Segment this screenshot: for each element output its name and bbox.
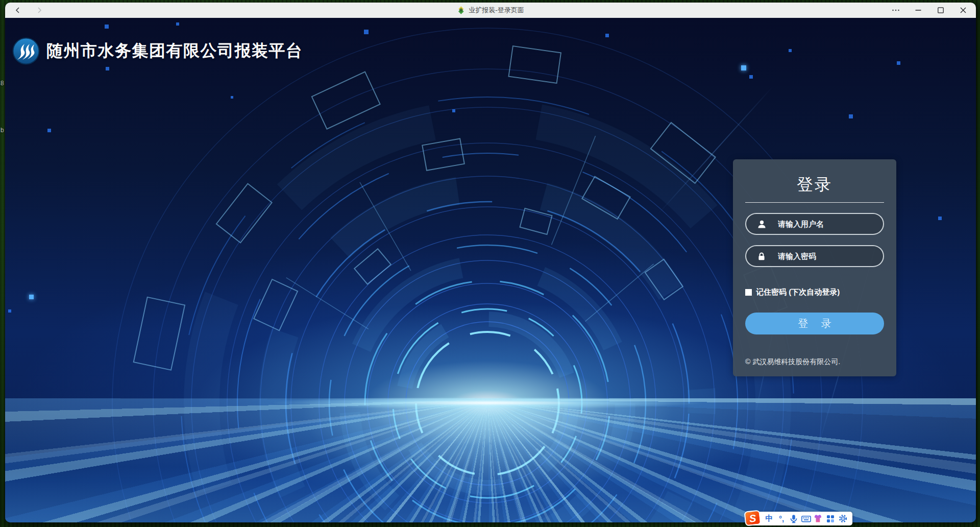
minimize-button[interactable] [911,5,926,16]
maximize-button[interactable] [933,5,948,16]
horizon-flare-decoration [273,397,702,409]
light-rays-decoration [5,398,976,522]
glow-square-decoration [47,129,51,132]
close-icon [960,7,966,13]
window-title-area: 业扩报装-登录页面 [457,3,524,18]
page-background: 随州市水务集团有限公司报装平台 登录 [5,18,976,522]
glow-square-decoration [105,25,109,29]
browser-window: 业扩报装-登录页面 [5,3,976,522]
window-titlebar: 业扩报装-登录页面 [5,3,976,18]
forward-button[interactable] [34,5,45,16]
glow-square-decoration [605,34,609,37]
glow-square-decoration [106,67,109,70]
water-waves-logo-icon [12,37,40,65]
person-icon [757,220,766,228]
password-field-wrapper [745,245,884,267]
glow-square-decoration [176,22,179,26]
password-input[interactable] [745,245,884,267]
window-title: 业扩报装-登录页面 [469,6,524,15]
ime-toolbar: S 中 °, [746,512,852,525]
toolbox-grid-icon[interactable] [824,512,837,525]
remember-label: 记住密码 (下次自动登录) [756,288,840,297]
favicon-icon [457,6,465,14]
remember-checkbox[interactable] [745,289,752,296]
back-button[interactable] [12,5,23,16]
skin-shirt-icon[interactable] [812,512,824,525]
chevron-left-icon [14,7,21,14]
glow-square-decoration [789,49,792,52]
lock-icon [757,252,766,260]
login-title: 登录 [745,174,884,194]
glow-square-decoration [8,309,11,313]
glow-square-decoration [897,61,900,65]
username-field-wrapper [745,213,884,235]
copyright-text: © 武汉易维科技股份有限公司. [745,357,884,367]
settings-gear-icon[interactable] [837,512,849,525]
glow-square-decoration [749,75,753,79]
glow-square-decoration [938,217,942,220]
close-button[interactable] [955,5,971,16]
more-options-button[interactable] [888,5,903,16]
desktop-text-fragment: 8 [1,80,4,87]
chinese-mode-icon[interactable]: 中 [763,512,775,525]
glow-square-decoration [741,65,746,70]
glow-square-decoration [452,109,455,112]
glow-square-decoration [849,114,853,118]
remember-password-row: 记住密码 (下次自动登录) [745,288,884,297]
login-panel: 登录 [733,159,896,376]
brand-header: 随州市水务集团有限公司报装平台 [12,37,303,65]
minimize-icon [915,7,921,13]
virtual-keyboard-icon[interactable] [800,512,812,525]
glow-square-decoration [364,30,369,34]
maximize-icon [938,7,944,13]
chevron-right-icon [36,7,43,14]
desktop-text-fragment: b [1,127,4,134]
ellipsis-icon [892,7,900,14]
glow-square-decoration [29,295,34,299]
microphone-icon[interactable] [788,512,800,525]
punctuation-mode-icon[interactable]: °, [775,512,788,525]
divider [745,202,884,203]
sogou-logo-icon[interactable]: S [744,510,762,526]
page-title: 随州市水务集团有限公司报装平台 [46,40,303,62]
glow-square-decoration [231,96,233,99]
login-button[interactable]: 登 录 [745,313,884,334]
